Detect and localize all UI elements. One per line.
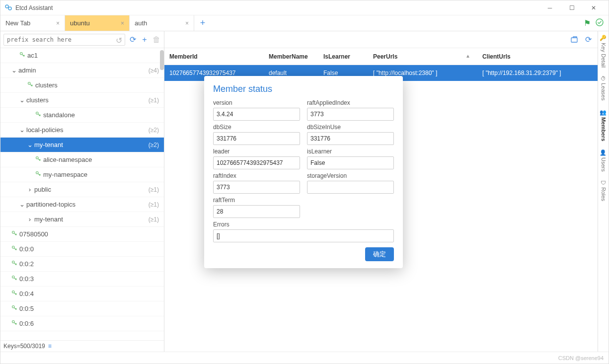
tree-label: 0:0:3 [19, 275, 159, 283]
refresh-content-icon[interactable]: ⟳ [584, 35, 593, 44]
tree-row[interactable]: ⌄my-tenant(≥2) [0, 138, 164, 152]
tree-row[interactable]: clusters [0, 78, 164, 93]
field-raft-applied-index[interactable] [307, 108, 394, 121]
window-close-button[interactable]: ✕ [583, 0, 605, 15]
prefix-search-input[interactable] [3, 34, 125, 46]
footer-menu-icon[interactable]: ≡ [48, 343, 52, 350]
tree-row[interactable]: ⌄partitioned-topics(≥1) [0, 197, 164, 212]
key-tree[interactable]: ac1⌄admin(≥4)clusters⌄clusters(≥1)standa… [0, 48, 164, 340]
tree-row[interactable]: my-namespace [0, 167, 164, 182]
tree-label: 0:0:4 [19, 290, 159, 297]
window-maximize-button[interactable]: ☐ [561, 0, 583, 15]
keys-count: Keys=500/3019 [3, 343, 45, 350]
tree-label: admin [18, 67, 149, 74]
tree-row[interactable]: ⌄clusters(≥1) [0, 93, 164, 108]
roles-icon: 🛡 [601, 180, 607, 185]
tree-row[interactable]: 0:0:0 [0, 242, 164, 257]
key-icon [35, 111, 43, 119]
tree-row[interactable]: ⌄admin(≥4) [0, 63, 164, 78]
tree-row[interactable]: ⌄local-policies(≥2) [0, 123, 164, 138]
key-icon [35, 171, 43, 178]
tree-row[interactable]: 07580500 [0, 227, 164, 242]
statusbar: CSDN @serene94 [0, 352, 609, 364]
content-area: ⟳ MemberId MemberName IsLearner ▲PeerUrl… [164, 31, 598, 352]
th-peer-urls[interactable]: ▲PeerUrls [368, 53, 477, 60]
key-icon [27, 81, 35, 89]
field-is-learner[interactable] [307, 156, 394, 169]
label-db-size: dbSize [213, 124, 300, 131]
label-raft-applied-index: raftAppliedIndex [307, 99, 394, 106]
svg-point-1 [8, 7, 11, 10]
refresh-icon[interactable]: ⟳ [128, 35, 137, 44]
tab-label: auth [135, 19, 147, 27]
cell-client-urls: [ "http://192.168.31.29:2379" ] [477, 70, 598, 76]
tree-row[interactable]: ›public(≥1) [0, 182, 164, 197]
svg-point-0 [5, 5, 8, 8]
tree-label: 0:0:0 [19, 245, 159, 253]
key-icon [11, 230, 19, 238]
label-errors: Errors [213, 221, 394, 228]
save-to-file-icon[interactable] [570, 35, 579, 44]
tree-scrollbar[interactable] [160, 50, 164, 70]
field-leader[interactable] [213, 156, 300, 169]
tree-row[interactable]: 0:0:6 [0, 316, 164, 331]
tab-auth[interactable]: auth× [130, 15, 194, 31]
tree-row[interactable]: 0:0:4 [0, 287, 164, 301]
search-clear-icon[interactable]: ↺ [116, 36, 122, 45]
tree-count: (≥1) [149, 186, 159, 193]
tree-label: my-tenant [34, 216, 149, 223]
th-member-id[interactable]: MemberId [164, 53, 264, 60]
label-version: version [213, 99, 300, 106]
ok-button[interactable]: 确定 [365, 247, 394, 261]
tab-leases[interactable]: ⏱Leases [601, 75, 607, 100]
members-table: MemberId MemberName IsLearner ▲PeerUrls … [164, 48, 598, 352]
tab-members[interactable]: 👥Members [600, 109, 607, 141]
right-sidebar: 🔑Key Detail ⏱Leases 👥Members 👤Users 🛡Rol… [598, 31, 609, 352]
delete-key-icon[interactable]: 🗑 [152, 35, 161, 44]
tab-users[interactable]: 👤Users [600, 149, 607, 172]
cell-member-name: default [264, 70, 318, 76]
tree-row[interactable]: alice-namespace [0, 152, 164, 167]
tab-ubuntu[interactable]: ubuntu× [65, 15, 130, 31]
tree-row[interactable]: 0:0:2 [0, 257, 164, 272]
tree-label: 0:0:5 [19, 305, 159, 312]
tree-row[interactable]: ›my-tenant(≥1) [0, 212, 164, 227]
sort-icon: ▲ [465, 53, 470, 59]
tree-row[interactable]: ac1 [0, 48, 164, 63]
tree-count: (≥1) [149, 97, 159, 104]
close-icon[interactable]: × [121, 20, 124, 27]
close-icon[interactable]: × [185, 20, 189, 27]
members-icon: 👥 [600, 109, 607, 115]
add-key-icon[interactable]: + [140, 35, 149, 44]
tree-label: clusters [26, 96, 149, 104]
search-input-wrap: ↺ [3, 34, 125, 46]
tab-roles[interactable]: 🛡Roles [601, 180, 607, 201]
label-raft-index: raftIndex [213, 172, 300, 179]
field-db-size-in-use[interactable] [307, 132, 394, 145]
tab-new-tab[interactable]: New Tab× [0, 15, 65, 31]
field-raft-term[interactable] [213, 205, 300, 218]
field-db-size[interactable] [213, 132, 300, 145]
app-logo-icon [4, 4, 12, 12]
tab-key-detail[interactable]: 🔑Key Detail [600, 34, 607, 68]
close-icon[interactable]: × [56, 20, 60, 27]
tree-row[interactable]: standalone [0, 108, 164, 123]
th-client-urls[interactable]: ClientUrls [477, 53, 598, 60]
window-title: Etcd Assistant [15, 4, 53, 11]
th-member-name[interactable]: MemberName [264, 53, 318, 60]
label-leader: leader [213, 148, 300, 155]
field-errors[interactable] [213, 229, 394, 242]
users-icon: 👤 [600, 149, 607, 155]
table-header: MemberId MemberName IsLearner ▲PeerUrls … [164, 48, 598, 65]
key-icon [11, 275, 19, 283]
field-raft-index[interactable] [213, 181, 300, 194]
field-version[interactable] [213, 108, 300, 121]
th-is-learner[interactable]: IsLearner [318, 53, 368, 60]
tree-row[interactable]: 0:0:5 [0, 301, 164, 316]
tree-row[interactable]: 0:0:3 [0, 272, 164, 287]
flag-icon[interactable]: ⚑ [584, 18, 591, 28]
window-minimize-button[interactable]: ─ [539, 0, 561, 15]
svg-rect-15 [571, 38, 577, 42]
field-storage-version[interactable] [307, 181, 394, 194]
new-tab-button[interactable]: + [194, 15, 211, 31]
